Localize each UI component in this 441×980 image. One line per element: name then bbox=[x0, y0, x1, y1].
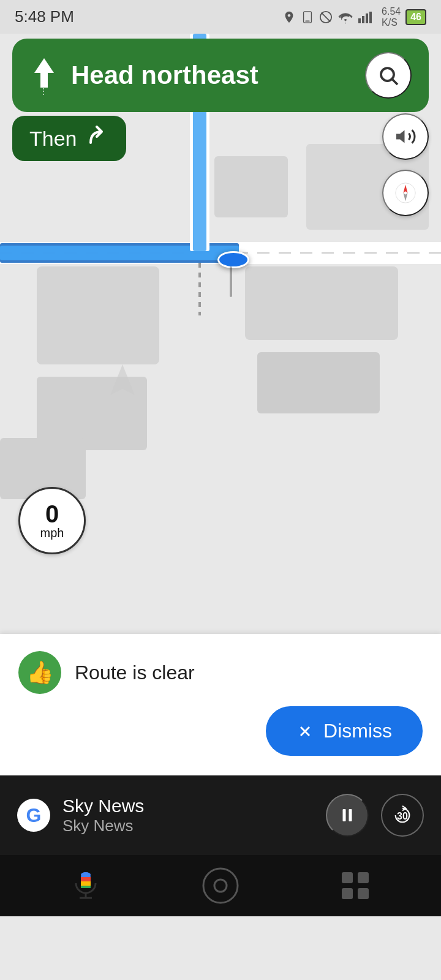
apps-button[interactable] bbox=[331, 861, 380, 910]
direction-info: ⋮ Head northeast bbox=[29, 56, 258, 95]
then-direction-card[interactable]: Then bbox=[12, 116, 126, 161]
skip-seconds: 30 bbox=[397, 811, 408, 822]
svg-rect-22 bbox=[214, 156, 288, 217]
speed-indicator: 0 mph bbox=[18, 487, 86, 554]
status-bar: 5:48 PM 6.54K/S 46 bbox=[0, 0, 441, 34]
svg-rect-19 bbox=[257, 352, 380, 413]
svg-rect-47 bbox=[342, 888, 353, 899]
media-info: Sky News Sky News bbox=[62, 796, 314, 835]
phone-icon bbox=[301, 10, 314, 24]
media-controls: 30 bbox=[326, 794, 424, 837]
svg-rect-16 bbox=[37, 266, 159, 364]
pause-button[interactable] bbox=[326, 794, 369, 837]
battery-indicator: 46 bbox=[405, 9, 426, 25]
media-player: G Sky News Sky News 30 bbox=[0, 775, 441, 855]
svg-rect-1 bbox=[305, 20, 309, 21]
then-turn-arrow bbox=[86, 124, 109, 153]
microphone-button[interactable] bbox=[61, 861, 110, 910]
network-speed: 6.54K/S bbox=[382, 6, 401, 28]
svg-rect-39 bbox=[81, 872, 91, 877]
svg-rect-34 bbox=[343, 809, 346, 821]
close-icon bbox=[296, 723, 314, 740]
svg-line-25 bbox=[393, 80, 398, 85]
position-shadow bbox=[230, 266, 232, 297]
dismiss-label: Dismiss bbox=[323, 720, 392, 742]
main-direction-card: ⋮ Head northeast bbox=[12, 39, 429, 112]
svg-point-44 bbox=[214, 880, 227, 892]
svg-rect-46 bbox=[358, 872, 369, 883]
status-icons: 6.54K/S 46 bbox=[282, 6, 426, 28]
svg-rect-6 bbox=[366, 13, 368, 23]
then-label: Then bbox=[29, 127, 77, 151]
route-clear-message: Route is clear bbox=[75, 662, 195, 684]
svg-rect-35 bbox=[349, 809, 352, 821]
arrow-dots: ⋮ bbox=[40, 88, 49, 95]
svg-rect-48 bbox=[358, 888, 369, 899]
google-logo: G bbox=[17, 799, 50, 832]
svg-point-24 bbox=[381, 68, 394, 81]
svg-rect-7 bbox=[369, 12, 372, 23]
route-clear-info: 👍 Route is clear bbox=[18, 651, 423, 694]
thumbs-up-emoji: 👍 bbox=[26, 660, 54, 685]
microphone-icon bbox=[70, 870, 102, 902]
bottom-nav-bar bbox=[0, 855, 441, 916]
media-subtitle: Sky News bbox=[62, 816, 314, 835]
media-title: Sky News bbox=[62, 796, 314, 816]
thumbs-up-icon: 👍 bbox=[18, 651, 61, 694]
status-time: 5:48 PM bbox=[15, 7, 74, 26]
svg-rect-18 bbox=[245, 266, 398, 340]
home-circle-icon bbox=[202, 867, 239, 904]
home-button[interactable] bbox=[196, 861, 245, 910]
map-area: ⋮ Head northeast Then bbox=[0, 34, 441, 634]
svg-marker-26 bbox=[396, 130, 405, 143]
nav-instruction-text: Head northeast bbox=[71, 61, 258, 90]
svg-rect-5 bbox=[362, 16, 364, 23]
svg-text:G: G bbox=[26, 804, 42, 826]
search-button[interactable] bbox=[365, 52, 412, 99]
wifi-icon bbox=[337, 10, 353, 24]
svg-point-43 bbox=[203, 869, 238, 903]
pause-icon bbox=[338, 806, 356, 824]
route-clear-panel: 👍 Route is clear Dismiss bbox=[0, 634, 441, 775]
skip-forward-button[interactable]: 30 bbox=[381, 794, 424, 837]
apps-grid-icon bbox=[339, 870, 371, 902]
sound-icon bbox=[394, 126, 417, 148]
location-icon bbox=[282, 10, 296, 24]
sound-button[interactable] bbox=[382, 113, 429, 160]
speed-value: 0 bbox=[45, 502, 59, 526]
svg-rect-41 bbox=[81, 881, 91, 886]
svg-rect-45 bbox=[342, 872, 353, 883]
side-buttons-container bbox=[382, 113, 429, 216]
navigation-header: ⋮ Head northeast Then bbox=[12, 39, 429, 161]
signal-icon bbox=[358, 10, 377, 24]
compass-button[interactable] bbox=[382, 170, 429, 216]
svg-line-3 bbox=[322, 12, 331, 21]
dismiss-button[interactable]: Dismiss bbox=[266, 706, 423, 756]
svg-rect-4 bbox=[358, 18, 361, 23]
svg-rect-42 bbox=[81, 886, 91, 888]
speed-unit: mph bbox=[40, 526, 64, 540]
current-position-marker bbox=[217, 251, 249, 268]
compass-icon bbox=[394, 182, 417, 204]
search-icon bbox=[377, 64, 399, 86]
dnd-icon bbox=[319, 10, 333, 24]
svg-rect-40 bbox=[81, 877, 91, 881]
direction-arrow: ⋮ bbox=[29, 56, 59, 95]
